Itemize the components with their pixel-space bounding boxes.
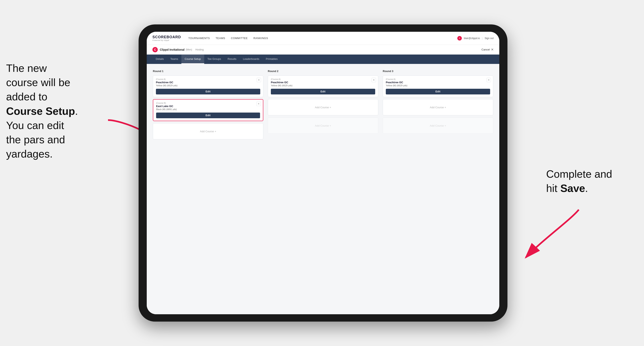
nav-rankings[interactable]: RANKINGS xyxy=(253,36,268,40)
tablet-screen: SCOREBOARD Powered by clippd TOURNAMENTS… xyxy=(147,32,499,314)
tab-results[interactable]: Results xyxy=(224,54,240,64)
round-1-label: Round 1 xyxy=(153,70,263,73)
round-2-course-a-edit-btn[interactable]: Edit xyxy=(271,89,375,94)
round-3-course-a-card: ✕ (Course A) Peachtree GC Yellow (M) (66… xyxy=(383,75,493,97)
round-3-course-a-label: (Course A) xyxy=(386,78,490,80)
main-content: Round 1 ✕ (Course A) Peachtree GC Yellow… xyxy=(147,64,499,314)
tab-printables[interactable]: Printables xyxy=(262,54,281,64)
tab-tee-groups[interactable]: Tee Groups xyxy=(204,54,224,64)
round-1-course-b-name: East Lake GC xyxy=(156,105,260,108)
sign-out-link[interactable]: Sign out xyxy=(485,37,494,40)
round-2-course-a-delete-btn[interactable]: ✕ xyxy=(372,78,376,82)
tab-course-setup[interactable]: Course Setup xyxy=(182,54,204,64)
round-2-add-course-label: Add Course + xyxy=(315,106,331,109)
round-1-course-a-delete-btn[interactable]: ✕ xyxy=(256,78,261,82)
tablet-frame: SCOREBOARD Powered by clippd TOURNAMENTS… xyxy=(138,24,508,322)
round-1-course-b-card: ✕ (Course B) East Lake GC Black (M) (689… xyxy=(153,99,263,121)
round-1-course-b-edit-btn[interactable]: Edit xyxy=(156,113,260,118)
tab-leaderboards[interactable]: Leaderboards xyxy=(240,54,262,64)
top-nav: SCOREBOARD Powered by clippd TOURNAMENTS… xyxy=(147,32,499,45)
tabs-bar: Details Teams Course Setup Tee Groups Re… xyxy=(147,54,499,64)
nav-links: TOURNAMENTS TEAMS COMMITTEE RANKINGS xyxy=(188,36,457,40)
round-2-course-a-name: Peachtree GC xyxy=(271,81,375,84)
round-3-add-course-btn[interactable]: Add Course + xyxy=(383,99,493,115)
logo-title: SCOREBOARD xyxy=(152,35,181,39)
tournament-name: Clippd Invitational xyxy=(160,48,184,51)
round-2-column: Round 2 ✕ (Course A) Peachtree GC Yellow… xyxy=(268,70,378,139)
round-1-course-a-label: (Course A) xyxy=(156,78,260,80)
tab-details[interactable]: Details xyxy=(152,54,167,64)
round-2-course-a-card: ✕ (Course A) Peachtree GC Yellow (M) (66… xyxy=(268,75,378,97)
round-1-course-a-name: Peachtree GC xyxy=(156,81,260,84)
round-3-course-a-tee: Yellow (M) (6629 yds) xyxy=(386,84,490,87)
round-1-course-b-label: (Course B) xyxy=(156,102,260,104)
nav-teams[interactable]: TEAMS xyxy=(216,36,225,40)
arrow-right xyxy=(522,208,583,261)
round-2-course-a-label: (Course A) xyxy=(271,78,375,80)
tournament-gender: (Men) xyxy=(186,48,192,51)
nav-right: b blair@clippd.io | Sign out xyxy=(457,36,494,40)
nav-tournaments[interactable]: TOURNAMENTS xyxy=(188,36,210,40)
round-2-add-course-disabled-label: Add Course + xyxy=(315,124,331,127)
user-email: blair@clippd.io xyxy=(464,37,480,40)
cancel-x-icon: ✕ xyxy=(491,48,494,51)
user-avatar: b xyxy=(457,36,462,40)
tab-teams[interactable]: Teams xyxy=(167,54,182,64)
round-3-course-a-delete-btn[interactable]: ✕ xyxy=(486,78,491,82)
round-1-add-course-label: Add Course + xyxy=(200,130,216,133)
annotation-right: Complete and hit Save. xyxy=(546,167,632,195)
logo-sub: Powered by clippd xyxy=(152,39,181,41)
round-1-course-a-tee: Yellow (M) (6629 yds) xyxy=(156,84,260,87)
round-1-course-b-delete-btn[interactable]: ✕ xyxy=(256,102,261,106)
round-3-column: Round 3 ✕ (Course A) Peachtree GC Yellow… xyxy=(383,70,493,139)
tournament-bar: C Clippd Invitational (Men) Hosting Canc… xyxy=(147,45,499,54)
round-3-add-course-disabled-label: Add Course + xyxy=(430,124,446,127)
round-1-column: Round 1 ✕ (Course A) Peachtree GC Yellow… xyxy=(153,70,263,139)
round-3-course-a-edit-btn[interactable]: Edit xyxy=(386,89,490,94)
rounds-grid: Round 1 ✕ (Course A) Peachtree GC Yellow… xyxy=(153,70,493,139)
scoreboard-logo: SCOREBOARD Powered by clippd xyxy=(152,35,181,41)
round-2-label: Round 2 xyxy=(268,70,378,73)
round-2-add-course-disabled: Add Course + xyxy=(268,117,378,134)
tournament-status: Hosting xyxy=(196,48,204,51)
round-1-course-a-edit-btn[interactable]: Edit xyxy=(156,89,260,94)
round-1-course-a-card: ✕ (Course A) Peachtree GC Yellow (M) (66… xyxy=(153,75,263,97)
round-2-course-a-tee: Yellow (M) (6629 yds) xyxy=(271,84,375,87)
tournament-logo: C xyxy=(152,47,158,52)
cancel-button[interactable]: Cancel ✕ xyxy=(482,48,494,51)
pipe-divider: | xyxy=(482,37,482,40)
round-1-course-b-tee: Black (M) (6891 yds) xyxy=(156,108,260,111)
nav-committee[interactable]: COMMITTEE xyxy=(231,36,248,40)
annotation-left: The new course will be added to Course S… xyxy=(6,61,112,161)
round-3-add-course-disabled: Add Course + xyxy=(383,117,493,134)
round-3-course-a-name: Peachtree GC xyxy=(386,81,490,84)
round-2-add-course-btn[interactable]: Add Course + xyxy=(268,99,378,115)
round-3-label: Round 3 xyxy=(383,70,493,73)
round-3-add-course-label: Add Course + xyxy=(430,106,446,109)
round-1-add-course-btn[interactable]: Add Course + xyxy=(153,123,263,139)
